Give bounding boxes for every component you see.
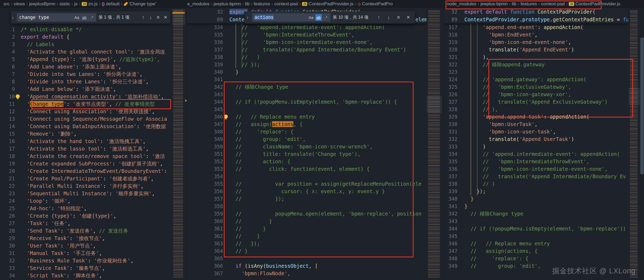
find-close-button[interactable]: ×: [163, 14, 168, 21]
line-number: 351: [187, 150, 223, 158]
line-number: 353: [187, 165, 223, 173]
code-line: 348 // 'replace': {: [187, 128, 426, 135]
breadcrumb-item[interactable]: e_modules: [187, 1, 209, 7]
line-number: 337: [444, 173, 457, 180]
code-line: 325 // 'bpmn:ExclusiveGateway',: [444, 83, 628, 91]
code-line: 339 // });: [187, 61, 426, 68]
line-number: 318: [444, 31, 457, 38]
indent-guide: [477, 23, 477, 196]
breadcrumb-item[interactable]: 'Change type': [124, 1, 156, 7]
js-file-icon: JS: [302, 2, 307, 6]
regex-button[interactable]: .*: [323, 14, 329, 21]
code-line: 335 // 'bpmn:IntermediateThrowEvent',: [187, 31, 426, 38]
line-number: 343: [444, 217, 457, 225]
line-number: 8: [0, 78, 15, 85]
whole-word-button[interactable]: ab: [315, 14, 322, 21]
regex-button[interactable]: .*: [88, 14, 95, 21]
breadcrumb-separator: ›: [79, 1, 80, 7]
line-number: 32: [444, 8, 457, 16]
code-line: 13 'Connect using Sequence/MessageFlow o…: [0, 115, 171, 123]
lightbulb-icon[interactable]: [224, 115, 228, 119]
code-area[interactable]: 1/* eslint-disable */2export default {3 …: [0, 26, 171, 280]
code-line: 364 // }: [187, 247, 426, 255]
minimap-search-match-mark: [172, 12, 185, 14]
editor-pane-node-modules-contextpadprovider[interactable]: 317 'append.end-event': appendAction(318…: [444, 8, 644, 280]
find-options: Aa ab .*: [308, 14, 329, 21]
line-number: 26: [0, 212, 15, 220]
whole-word-button[interactable]: ab: [81, 14, 88, 21]
minimap[interactable]: [427, 8, 442, 280]
breadcrumb-item[interactable]: static: [59, 1, 70, 7]
minimap-viewport[interactable]: [427, 96, 442, 113]
breadcrumb-item[interactable]: jeeplus-bpmn: [480, 1, 508, 7]
line-number: 7: [0, 70, 15, 78]
line-number: 341: [444, 202, 457, 210]
code-line: 322 // 移除append.gateway: [444, 61, 628, 68]
minimap[interactable]: [629, 8, 640, 280]
editor-pane-zn-js[interactable]: 1/* eslint-disable */2export default {3 …: [0, 8, 187, 280]
breadcrumb-item[interactable]: jeeplusBpmn: [29, 1, 55, 7]
scrollbar-thumb[interactable]: [640, 37, 644, 175]
breadcrumb-item[interactable]: lib: [245, 1, 250, 7]
line-number: 19: [0, 160, 15, 167]
find-expand-chevron[interactable]: ›: [11, 11, 14, 23]
line-number: 9: [0, 85, 15, 93]
breadcrumb-item[interactable]: lib: [512, 1, 516, 7]
vertical-scrollbar[interactable]: [640, 8, 644, 280]
minimap-viewport[interactable]: [629, 88, 640, 105]
wrench-icon: [124, 2, 128, 6]
find-in-selection-button[interactable]: ≡: [395, 14, 402, 21]
code-line: 357 // });: [187, 195, 426, 202]
breadcrumb-item[interactable]: views: [14, 1, 25, 7]
line-number: 345: [187, 105, 223, 113]
code-line: 10 'Append compensation activity': '追加补偿…: [0, 93, 171, 100]
find-input[interactable]: change type Aa ab .*: [17, 13, 96, 22]
code-line: 342 // 移除Change type: [187, 83, 426, 91]
breadcrumb-item[interactable]: JSContextPadProvider.js: [569, 1, 620, 7]
find-expand-chevron[interactable]: ›: [245, 11, 250, 23]
breadcrumb-item[interactable]: JSContextPadProvider.js: [302, 1, 354, 7]
code-line: 17 'Activate the lasso tool': '激活框选工具',: [0, 145, 171, 152]
breadcrumb-item[interactable]: ◇ContextPadPro: [358, 1, 393, 7]
line-number: 328: [444, 105, 457, 113]
breadcrumb-item[interactable]: context-pad: [541, 1, 565, 7]
breadcrumb-item[interactable]: js: [74, 1, 78, 7]
match-case-button[interactable]: Aa: [308, 14, 314, 21]
breadcrumb-item[interactable]: {}default: [102, 1, 120, 7]
breadcrumb-item[interactable]: node_modules: [447, 1, 476, 7]
find-query-text: change type: [19, 15, 72, 20]
minimap-viewport[interactable]: [172, 9, 185, 25]
code-line: 366 if (isAny(businessObject, [: [187, 262, 426, 270]
js-file-icon: JS: [82, 2, 87, 6]
lightbulb-icon[interactable]: [16, 94, 20, 98]
code-line: 29 'Receive Task': '接收节点',: [0, 234, 171, 242]
breadcrumb-item[interactable]: jeeplus-bpmn: [214, 1, 241, 7]
find-next-button[interactable]: ↓: [385, 14, 392, 21]
editor-pane-contextpadprovider[interactable]: 334 // 'append.intermediate-event': appe…: [187, 8, 444, 280]
code-line: 338 // ): [187, 53, 426, 61]
find-prev-button[interactable]: ↑: [375, 14, 383, 21]
breadcrumb-item[interactable]: context-pad: [274, 1, 298, 7]
sticky-scroll[interactable]: 32export default function ContextPadProv…: [444, 8, 628, 23]
breadcrumb-item[interactable]: features: [521, 1, 537, 7]
find-prev-button[interactable]: ↑: [141, 14, 146, 21]
find-close-button[interactable]: ×: [404, 14, 412, 21]
breadcrumb-separator: ›: [478, 1, 479, 7]
code-area[interactable]: 334 // 'append.intermediate-event': appe…: [187, 23, 426, 280]
breadcrumb-item[interactable]: JSzn.js: [82, 1, 98, 7]
line-number: 324: [444, 76, 457, 83]
code-area[interactable]: 317 'append.end-event': appendAction(318…: [444, 23, 628, 280]
find-in-selection-button[interactable]: ≡: [155, 14, 161, 21]
breadcrumb-item[interactable]: src: [3, 1, 10, 7]
line-number: 25: [0, 205, 15, 212]
match-case-button[interactable]: Aa: [74, 14, 80, 21]
code-line: 11 'Change type': '改变节点类型', // 改变事情类型: [0, 100, 171, 108]
find-input[interactable]: actions Aa ab .*: [252, 13, 331, 22]
code-line: 318 'bpmn:EndEvent',: [444, 31, 628, 38]
line-number: 18: [0, 152, 15, 160]
breadcrumb-item[interactable]: features: [254, 1, 270, 7]
minimap[interactable]: [172, 8, 185, 280]
overview-ruler: [185, 8, 187, 280]
find-next-button[interactable]: ↓: [148, 14, 153, 21]
line-number: 343: [187, 91, 223, 98]
